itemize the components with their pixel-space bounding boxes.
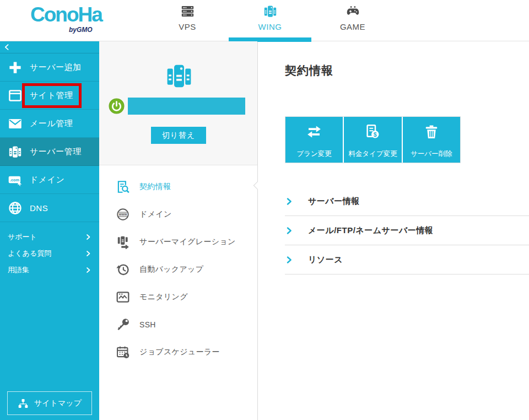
chevron-right-icon <box>85 267 91 273</box>
sidebar-item-label: サーバー管理 <box>30 147 82 157</box>
menu-item-monitoring[interactable]: モニタリング <box>99 283 257 311</box>
vps-stack-icon <box>180 4 195 19</box>
menu-item-label: ジョブスケジューラー <box>139 347 220 357</box>
switch-server-button[interactable]: 切り替え <box>151 127 206 144</box>
server-name-masked <box>128 98 245 115</box>
sidebar-link-faq[interactable]: よくある質問 <box>0 245 99 262</box>
action-button-label: プラン変更 <box>296 149 331 159</box>
sidebar-link-glossary[interactable]: 用語集 <box>0 262 99 278</box>
bill-dollar-icon: $ <box>364 123 381 140</box>
menu-item-domain[interactable]: www ドメイン <box>99 201 257 228</box>
conoha-logo[interactable]: ConoHa byGMO <box>30 3 102 26</box>
menu-item-label: SSH <box>139 320 156 329</box>
accordion-label: メール/FTP/ネームサーバー情報 <box>308 225 433 236</box>
trash-icon <box>423 123 440 140</box>
menu-item-auto-backup[interactable]: 自動バックアップ <box>99 256 257 283</box>
logo-byline: byGMO <box>69 26 93 34</box>
dotcom-icon: .com <box>8 173 23 187</box>
sidebar-collapse-button[interactable] <box>0 41 99 53</box>
logo-text: ConoHa <box>30 3 102 26</box>
www-globe-icon: www <box>116 207 130 222</box>
sitemap-icon <box>18 398 29 409</box>
sidebar-item-domain[interactable]: .com ドメイン <box>0 166 99 194</box>
svg-text:$: $ <box>374 131 377 138</box>
chevron-right-icon <box>85 234 91 240</box>
contract-doc-icon <box>116 180 130 194</box>
sidebar-link-label: サポート <box>8 232 85 242</box>
chevron-right-icon <box>85 250 91 257</box>
top-header: ConoHa byGMO VPS WING GAME <box>0 0 529 41</box>
menu-item-server-migration[interactable]: サーバーマイグレーション <box>99 228 257 256</box>
server-migrate-icon <box>116 235 130 249</box>
tab-wing-label: WING <box>229 22 311 31</box>
server-summary-panel: 切り替え <box>99 41 257 165</box>
main-sidebar: サーバー追加 サイト管理 メール管理 サーバー管理 .com ドメイ <box>0 41 99 420</box>
menu-item-label: サーバーマイグレーション <box>139 237 236 247</box>
sidebar-item-label: サーバー追加 <box>30 62 82 73</box>
monitor-chart-icon <box>116 290 130 304</box>
menu-item-label: モニタリング <box>139 292 188 302</box>
server-column: 切り替え 契約情報 www ドメイン サーバーマイグレーション <box>99 41 258 420</box>
service-tabs: VPS WING GAME <box>146 0 394 41</box>
accordion-label: サーバー情報 <box>308 196 360 207</box>
svg-text:www: www <box>118 212 127 216</box>
power-on-icon <box>109 98 125 114</box>
change-plan-button[interactable]: プラン変更 <box>285 117 343 163</box>
tab-vps-label: VPS <box>146 22 229 31</box>
globe-icon <box>8 201 23 216</box>
sidebar-item-label: ドメイン <box>30 175 64 185</box>
swap-arrows-icon <box>306 123 322 140</box>
mail-icon <box>8 116 23 131</box>
gamepad-icon <box>346 4 360 19</box>
sidebar-item-label: メール管理 <box>30 119 73 129</box>
accordion-resources[interactable]: リソース <box>285 245 529 274</box>
wing-server-icon <box>263 4 278 19</box>
menu-item-job-scheduler[interactable]: ジョブスケジューラー <box>99 338 257 366</box>
menu-item-contract-info[interactable]: 契約情報 <box>99 173 257 201</box>
sidebar-item-site-management[interactable]: サイト管理 <box>0 82 99 110</box>
server-icon <box>8 144 23 159</box>
tab-game-label: GAME <box>311 22 394 31</box>
sidebar-item-server-management[interactable]: サーバー管理 <box>0 138 99 166</box>
sitemap-button[interactable]: サイトマップ <box>7 391 92 415</box>
sidebar-item-add-server[interactable]: サーバー追加 <box>0 53 99 82</box>
action-button-label: 料金タイプ変更 <box>348 149 397 159</box>
tab-game[interactable]: GAME <box>311 0 394 41</box>
tab-wing[interactable]: WING <box>229 0 311 41</box>
key-icon <box>116 317 130 332</box>
chevron-right-icon <box>285 256 293 264</box>
plus-icon <box>8 60 23 75</box>
change-billing-type-button[interactable]: $ 料金タイプ変更 <box>343 117 401 163</box>
sidebar-item-mail-management[interactable]: メール管理 <box>0 110 99 138</box>
sidebar-link-label: よくある質問 <box>8 249 85 259</box>
sidebar-link-label: 用語集 <box>8 265 85 275</box>
chevron-right-icon <box>285 197 293 206</box>
sidebar-item-label: DNS <box>30 203 48 213</box>
action-button-label: サーバー削除 <box>411 149 452 159</box>
menu-item-label: 自動バックアップ <box>139 265 203 274</box>
contract-info-panel: 契約情報 プラン変更 $ 料金タイプ変更 サーバー削除 <box>258 41 529 420</box>
chevron-right-icon <box>285 227 293 235</box>
sidebar-link-support[interactable]: サポート <box>0 229 99 245</box>
job-calendar-icon <box>116 345 130 359</box>
chevron-left-icon <box>3 44 10 51</box>
delete-server-button[interactable]: サーバー削除 <box>402 117 460 163</box>
server-menu: 契約情報 www ドメイン サーバーマイグレーション 自動バックアップ <box>99 165 257 366</box>
sidebar-item-dns[interactable]: DNS <box>0 194 99 222</box>
page-title: 契約情報 <box>285 62 529 79</box>
accordion-server-info[interactable]: サーバー情報 <box>285 187 529 216</box>
server-icon <box>164 61 194 91</box>
accordion-label: リソース <box>308 255 343 265</box>
tab-vps[interactable]: VPS <box>146 0 229 41</box>
accordion-mail-ftp-nameserver-info[interactable]: メール/FTP/ネームサーバー情報 <box>285 216 529 245</box>
browser-window-icon <box>8 88 23 103</box>
backup-clock-icon <box>116 262 130 277</box>
server-action-buttons: プラン変更 $ 料金タイプ変更 サーバー削除 <box>285 116 461 163</box>
sitemap-button-label: サイトマップ <box>34 399 82 408</box>
sidebar-item-label: サイト管理 <box>30 90 73 101</box>
menu-item-label: 契約情報 <box>139 182 171 192</box>
info-accordions: サーバー情報 メール/FTP/ネームサーバー情報 リソース <box>285 187 529 274</box>
menu-item-ssh[interactable]: SSH <box>99 311 257 338</box>
sidebar-secondary-links: サポート よくある質問 用語集 <box>0 229 99 278</box>
menu-item-label: ドメイン <box>139 209 172 219</box>
